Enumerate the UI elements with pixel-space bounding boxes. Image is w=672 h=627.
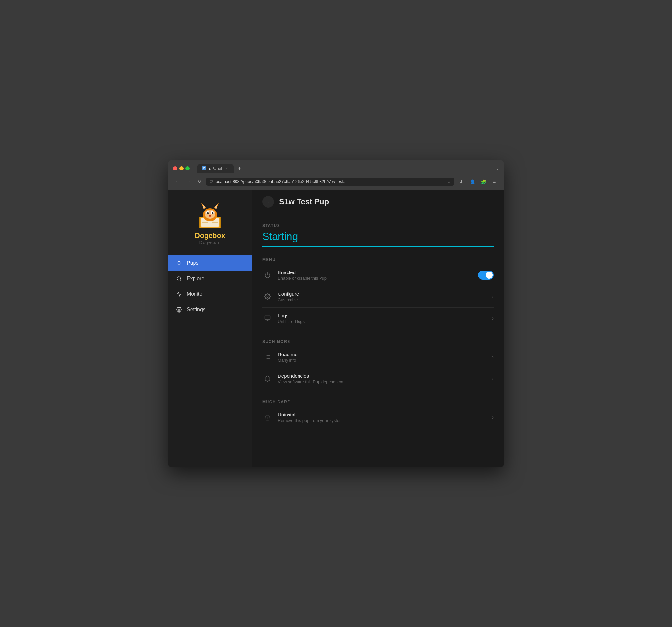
refresh-nav-button[interactable]: ↻: [195, 178, 203, 186]
svg-point-18: [209, 215, 211, 216]
logs-icon: [262, 313, 273, 324]
url-text: localhost:8082/pups/536a369abaa27c6a5126…: [215, 179, 347, 184]
configure-icon: [262, 292, 273, 302]
back-nav-button[interactable]: ←: [173, 178, 182, 186]
menu-item-configure[interactable]: Configure Customize ›: [262, 286, 494, 308]
active-tab[interactable]: D dPanel ×: [197, 164, 234, 173]
new-tab-button[interactable]: +: [236, 164, 243, 172]
enabled-title: Enabled: [278, 270, 473, 275]
chevron-right-icon: ›: [492, 294, 494, 300]
sidebar-item-label-monitor: Monitor: [187, 291, 204, 297]
settings-icon: [176, 306, 182, 313]
dependencies-content: Dependencies View software this Pup depe…: [278, 373, 487, 384]
status-section: STATUS Starting: [262, 223, 494, 247]
dependencies-subtitle: View software this Pup depends on: [278, 379, 487, 384]
such-more-label: SUCH MORE: [262, 339, 494, 344]
uninstall-chevron: ›: [492, 415, 494, 420]
pocket-icon[interactable]: ⬇: [457, 177, 466, 186]
readme-chevron: ›: [492, 354, 494, 360]
forward-nav-button[interactable]: →: [184, 178, 193, 186]
sidebar: Dogebox Dogecoin ⬡ Pups Explore: [168, 190, 252, 467]
tab-bar: D dPanel × + ⌄: [197, 164, 499, 173]
sidebar-item-explore[interactable]: Explore: [168, 271, 252, 286]
chevron-right-icon: ›: [492, 316, 494, 321]
readme-content: Read me Many info: [278, 352, 487, 362]
logo-text: Dogebox: [195, 231, 225, 240]
uninstall-subtitle: Remove this pup from your system: [278, 418, 487, 423]
sidebar-nav: ⬡ Pups Explore: [168, 255, 252, 317]
menu-section: MENU Enabled Enable or disable this Pup: [262, 257, 494, 329]
monitor-icon: [176, 291, 182, 297]
logs-chevron: ›: [492, 316, 494, 321]
extensions-icon[interactable]: 🧩: [479, 177, 488, 186]
tab-close-button[interactable]: ×: [224, 166, 229, 171]
menu-item-readme[interactable]: Read me Many info ›: [262, 346, 494, 368]
readme-subtitle: Many info: [278, 358, 487, 362]
close-button[interactable]: [173, 166, 177, 171]
svg-point-14: [208, 212, 209, 214]
maximize-button[interactable]: [186, 166, 190, 171]
account-icon[interactable]: 👤: [468, 177, 477, 186]
traffic-lights: [173, 166, 190, 171]
much-care-label: MUCH CARE: [262, 400, 494, 404]
logs-subtitle: Unfiltered logs: [278, 319, 487, 324]
svg-rect-4: [202, 222, 208, 223]
much-care-section: MUCH CARE: [262, 400, 494, 428]
readme-icon: [262, 352, 273, 362]
main-content: ‹ S1w Test Pup STATUS Starting MENU: [252, 190, 504, 467]
page-title: S1w Test Pup: [279, 197, 329, 206]
chevron-right-icon: ›: [492, 415, 494, 420]
sidebar-item-settings[interactable]: Settings: [168, 302, 252, 317]
dependencies-title: Dependencies: [278, 373, 487, 379]
status-label: STATUS: [262, 223, 494, 228]
enabled-toggle[interactable]: [478, 271, 494, 280]
svg-point-23: [177, 277, 181, 280]
sidebar-item-label-settings: Settings: [187, 307, 206, 312]
sidebar-item-label-explore: Explore: [187, 276, 204, 281]
toggle-switch[interactable]: [478, 271, 494, 280]
pups-icon: ⬡: [176, 260, 182, 266]
status-value: Starting: [262, 230, 494, 247]
dogebox-logo: [194, 199, 226, 231]
back-chevron-icon: ‹: [267, 199, 269, 205]
tab-favicon: D: [202, 166, 207, 171]
configure-title: Configure: [278, 291, 487, 297]
browser-window: D dPanel × + ⌄ ← → ↻ 🛡 localhost:8082/pu…: [168, 160, 504, 467]
uninstall-title: Uninstall: [278, 412, 487, 418]
enabled-content: Enabled Enable or disable this Pup: [278, 270, 473, 281]
bookmark-star-icon[interactable]: ☆: [447, 179, 451, 184]
menu-item-enabled[interactable]: Enabled Enable or disable this Pup: [262, 265, 494, 286]
explore-icon: [176, 275, 182, 282]
menu-item-logs[interactable]: Logs Unfiltered logs ›: [262, 308, 494, 329]
browser-actions: ⬇ 👤 🧩 ≡: [457, 177, 499, 186]
enabled-subtitle: Enable or disable this Pup: [278, 276, 473, 281]
app-layout: Dogebox Dogecoin ⬡ Pups Explore: [168, 190, 504, 467]
configure-content: Configure Customize: [278, 291, 487, 302]
trash-icon: [262, 412, 273, 423]
svg-point-25: [178, 309, 180, 310]
minimize-button[interactable]: [179, 166, 184, 171]
uninstall-content: Uninstall Remove this pup from your syst…: [278, 412, 487, 423]
svg-line-24: [180, 280, 181, 281]
dependencies-icon: [262, 374, 273, 384]
logo-subtext: Dogecoin: [199, 240, 221, 245]
svg-rect-28: [265, 316, 270, 320]
logs-content: Logs Unfiltered logs: [278, 313, 487, 324]
svg-point-16: [208, 212, 209, 213]
readme-title: Read me: [278, 352, 487, 357]
logo-area: Dogebox Dogecoin: [194, 199, 226, 245]
sidebar-item-pups[interactable]: ⬡ Pups: [168, 255, 252, 271]
menu-item-uninstall[interactable]: Uninstall Remove this pup from your syst…: [262, 407, 494, 428]
menu-item-dependencies[interactable]: Dependencies View software this Pup depe…: [262, 368, 494, 390]
security-shield-icon: 🛡: [209, 180, 213, 184]
tab-label: dPanel: [209, 166, 222, 171]
sidebar-item-monitor[interactable]: Monitor: [168, 286, 252, 302]
svg-rect-5: [212, 222, 218, 223]
tab-overflow-button[interactable]: ⌄: [496, 166, 499, 171]
svg-point-17: [213, 212, 213, 213]
url-bar[interactable]: 🛡 localhost:8082/pups/536a369abaa27c6a51…: [206, 178, 454, 186]
back-button[interactable]: ‹: [262, 196, 274, 208]
menu-icon[interactable]: ≡: [490, 177, 499, 186]
svg-point-27: [267, 296, 268, 297]
logs-title: Logs: [278, 313, 487, 318]
